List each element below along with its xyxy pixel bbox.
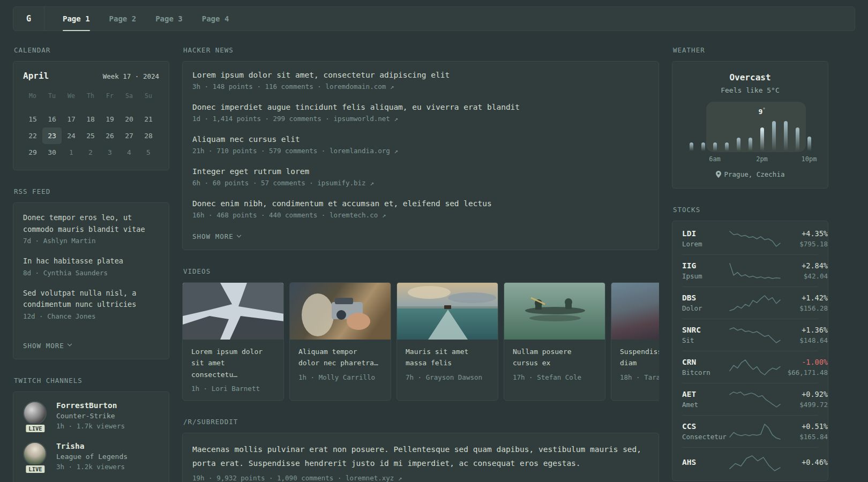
calendar-day[interactable]: 5 — [139, 144, 158, 161]
video-card[interactable]: Mauris sit amet massa felis 7h · Grayson… — [396, 282, 498, 401]
video-meta: 18h · Tara — [620, 373, 659, 381]
hn-item-domain[interactable]: loremdomain.com — [325, 82, 386, 91]
avatar[interactable] — [23, 401, 47, 425]
stock-price: $42.04 — [782, 272, 828, 280]
rss-item-meta: 7d · Ashlyn Martin — [23, 237, 159, 245]
calendar-day[interactable]: 17 — [62, 111, 81, 127]
show-more-label: SHOW MORE — [192, 232, 234, 240]
hn-item: Donec enim nibh, condimentum et accumsan… — [192, 199, 649, 219]
tab-page-2[interactable]: Page 2 — [109, 7, 137, 31]
twitch-channel-name[interactable]: ForrestBurton — [56, 401, 125, 410]
calendar-weekday-label: We — [62, 89, 81, 102]
stock-sparkline — [728, 262, 782, 280]
hn-show-more-button[interactable]: SHOW MORE — [192, 232, 241, 240]
calendar-day[interactable]: 4 — [119, 144, 139, 161]
rss-show-more-button[interactable]: SHOW MORE — [23, 342, 71, 350]
hn-meta-text: 6h · 60 points · 57 comments · — [192, 179, 317, 187]
video-title[interactable]: Suspendisse diam — [620, 346, 659, 369]
videos-section-title: VIDEOS — [183, 267, 659, 275]
stock-ticker[interactable]: DBS — [682, 293, 728, 302]
calendar-day[interactable]: 30 — [42, 144, 62, 161]
stock-row: LDILorem +4.35%$795.18 — [682, 223, 818, 254]
calendar-day[interactable]: 1 — [62, 144, 81, 161]
hn-meta-text: 3h · 148 points · 116 comments · — [192, 82, 325, 91]
rss-item-title[interactable]: Sed volutpat nulla nisl, a condimentum n… — [23, 288, 159, 311]
tab-page-1[interactable]: Page 1 — [63, 7, 90, 31]
calendar-weekday-label: Su — [139, 89, 158, 102]
hackernews-section-title: HACKER NEWS — [183, 46, 659, 54]
stock-ticker[interactable]: IIG — [682, 261, 728, 270]
video-title[interactable]: Nullam posuere cursus ex — [513, 346, 596, 369]
rss-item-meta: 8d · Cynthia Saunders — [23, 269, 159, 277]
stock-ticker[interactable]: SNRC — [682, 326, 728, 334]
calendar-day[interactable]: 24 — [62, 127, 81, 144]
weather-location-row: Prague, Czechia — [682, 170, 818, 178]
video-card[interactable]: Nullam posuere cursus ex 17h · Stefan Co… — [504, 282, 605, 401]
stock-row: AETAmet +0.92%$499.72 — [682, 383, 818, 415]
hn-item-domain[interactable]: loremlandia.org — [330, 147, 390, 155]
video-card[interactable]: Suspendisse diam 18h · Tara — [611, 282, 659, 401]
hn-item-title[interactable]: Donec enim nibh, condimentum et accumsan… — [192, 199, 649, 208]
tab-page-3[interactable]: Page 3 — [155, 7, 183, 31]
calendar-day[interactable]: 25 — [81, 127, 100, 144]
calendar-day[interactable]: 27 — [119, 127, 139, 144]
avatar[interactable] — [23, 442, 47, 465]
calendar-day[interactable]: 19 — [100, 111, 119, 127]
rss-section-title: RSS FEED — [14, 187, 169, 195]
show-more-label: SHOW MORE — [23, 342, 64, 350]
twitch-channel-meta: 3h · 1.2k viewers — [56, 463, 128, 471]
stock-ticker[interactable]: AHS — [682, 458, 728, 466]
calendar-day[interactable]: 23 — [42, 127, 62, 144]
hn-item-domain[interactable]: loremtech.co — [330, 211, 378, 219]
stock-ticker[interactable]: CCS — [682, 422, 728, 431]
stock-name: Amet — [682, 401, 728, 409]
stock-change: +0.51% — [782, 422, 828, 431]
rss-item-title[interactable]: Donec tempor eros leo, ut commodo mauris… — [23, 212, 159, 235]
app-logo[interactable]: G — [13, 7, 44, 31]
tab-page-4[interactable]: Page 4 — [202, 7, 229, 31]
current-temp-label: 9° — [758, 107, 765, 116]
twitch-card: LIVE ForrestBurton Counter-Strike 1h · 1… — [13, 391, 169, 482]
calendar-day[interactable]: 18 — [81, 111, 100, 127]
hn-item-domain[interactable]: ipsumify.biz — [317, 179, 365, 187]
hn-item-title[interactable]: Aliquam nec cursus elit — [192, 135, 649, 144]
stock-name: Sit — [682, 336, 728, 344]
stock-sparkline — [728, 294, 782, 312]
video-title[interactable]: Aliquam tempor dolor nec pharetra… — [298, 346, 382, 369]
stock-ticker[interactable]: CRN — [682, 358, 728, 366]
calendar-day[interactable]: 29 — [23, 144, 42, 161]
calendar-day[interactable]: 28 — [139, 127, 158, 144]
hn-item-title[interactable]: Integer eget rutrum lorem — [192, 167, 649, 176]
hn-item: Integer eget rutrum lorem 6h · 60 points… — [192, 167, 649, 187]
stock-price: $156.28 — [782, 304, 828, 312]
video-title[interactable]: Mauris sit amet massa felis — [406, 346, 489, 369]
calendar-day[interactable]: 22 — [23, 127, 42, 144]
calendar-day[interactable]: 2 — [81, 144, 100, 161]
stock-ticker[interactable]: LDI — [682, 229, 728, 238]
calendar-day[interactable]: 15 — [23, 111, 42, 127]
subreddit-domain[interactable]: loremnet.xyz — [346, 474, 394, 482]
calendar-day[interactable]: 26 — [100, 127, 119, 144]
video-card[interactable]: Lorem ipsum dolor sit amet consectetu… 1… — [182, 282, 284, 401]
video-title[interactable]: Lorem ipsum dolor sit amet consectetu… — [191, 346, 275, 380]
stock-ticker[interactable]: AET — [682, 390, 728, 398]
calendar-day[interactable]: 21 — [139, 111, 158, 127]
calendar-day[interactable]: 16 — [42, 111, 62, 127]
hn-item-title[interactable]: Lorem ipsum dolor sit amet, consectetur … — [192, 71, 649, 79]
calendar-day[interactable]: 3 — [100, 144, 119, 161]
hn-item-meta: 1d · 1,414 points · 299 comments · ipsum… — [192, 115, 649, 123]
weather-bars — [685, 119, 815, 151]
calendar-weekday-label: Tu — [42, 89, 62, 102]
weather-location: Prague, Czechia — [724, 170, 785, 178]
twitch-channel-game: League of Legends — [56, 453, 128, 461]
twitch-channel-name[interactable]: Trisha — [56, 442, 128, 450]
twitch-section-title: TWITCH CHANNELS — [14, 376, 169, 385]
video-card[interactable]: Aliquam tempor dolor nec pharetra… 1h · … — [289, 282, 391, 401]
hn-item: Aliquam nec cursus elit 21h · 710 points… — [192, 135, 649, 155]
rss-item-title[interactable]: In hac habitasse platea — [23, 255, 159, 267]
external-link-icon: ↗ — [398, 474, 402, 482]
hn-item-title[interactable]: Donec imperdiet augue tincidunt felis al… — [192, 103, 649, 111]
calendar-day[interactable]: 20 — [119, 111, 139, 127]
subreddit-post-title[interactable]: Maecenas mollis pulvinar erat non posuer… — [192, 442, 649, 470]
hn-item-domain[interactable]: ipsumworld.net — [333, 115, 390, 123]
